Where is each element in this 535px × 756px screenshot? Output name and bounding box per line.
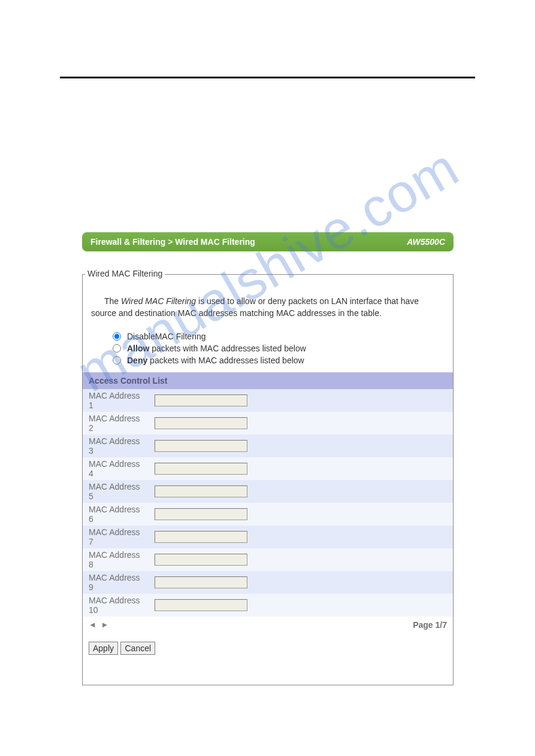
pager-page-text: Page 1/7 xyxy=(413,620,447,630)
pager: ◄ ► Page 1/7 xyxy=(83,617,453,630)
table-row: MAC Address 7 xyxy=(83,526,453,548)
mac-address-input-2[interactable] xyxy=(155,417,247,429)
mac-address-input-1[interactable] xyxy=(155,394,247,406)
mac-row-label: MAC Address 1 xyxy=(83,389,149,412)
table-row: MAC Address 9 xyxy=(83,571,453,594)
mac-row-label: MAC Address 6 xyxy=(83,503,149,526)
radio-allow[interactable] xyxy=(113,344,121,353)
radio-disable-label: DisableMAC Filtering xyxy=(127,332,205,341)
pager-arrows[interactable]: ◄ ► xyxy=(89,620,110,629)
radio-deny[interactable] xyxy=(113,356,121,365)
breadcrumb-bar: Firewall & Filtering > Wired MAC Filteri… xyxy=(82,232,454,251)
mac-row-label: MAC Address 3 xyxy=(83,435,149,457)
cancel-button[interactable]: Cancel xyxy=(120,642,155,655)
breadcrumb-path: Firewall & Filtering > Wired MAC Filteri… xyxy=(90,237,255,247)
mac-address-input-8[interactable] xyxy=(155,554,247,566)
mac-row-label: MAC Address 9 xyxy=(83,571,149,594)
radio-allow-row[interactable]: Allow packets with MAC addresses listed … xyxy=(113,342,445,354)
mac-address-input-3[interactable] xyxy=(155,440,247,452)
mac-address-input-4[interactable] xyxy=(155,463,247,475)
apply-button[interactable]: Apply xyxy=(89,642,118,655)
table-row: MAC Address 5 xyxy=(83,480,453,503)
radio-disable[interactable] xyxy=(113,332,121,341)
table-row: MAC Address 4 xyxy=(83,457,453,480)
table-row: MAC Address 2 xyxy=(83,412,453,435)
desc-emphasis: Wired MAC Filtering xyxy=(121,296,196,306)
table-row: MAC Address 6 xyxy=(83,503,453,526)
mac-address-input-7[interactable] xyxy=(155,531,247,543)
device-model: AW5500C xyxy=(407,237,445,247)
radio-deny-row[interactable]: Deny packets with MAC addresses listed b… xyxy=(113,354,445,366)
mac-address-input-9[interactable] xyxy=(155,576,247,588)
button-row: Apply Cancel xyxy=(83,630,453,655)
mac-address-input-10[interactable] xyxy=(155,599,247,611)
table-row: MAC Address 1 xyxy=(83,389,453,412)
radio-allow-rest: packets with MAC addresses listed below xyxy=(149,344,306,353)
wired-mac-filtering-fieldset: Wired MAC Filtering The Wired MAC Filter… xyxy=(82,274,454,685)
radio-allow-bold: Allow xyxy=(127,344,149,353)
horizontal-rule xyxy=(60,77,475,78)
mac-address-input-5[interactable] xyxy=(155,485,247,497)
acl-header-row: Access Control List xyxy=(83,372,453,389)
acl-header-cell: Access Control List xyxy=(83,372,453,389)
desc-prefix: The xyxy=(104,296,121,306)
radio-allow-label: Allow packets with MAC addresses listed … xyxy=(127,344,306,353)
table-row: MAC Address 10 xyxy=(83,594,453,617)
table-row: MAC Address 8 xyxy=(83,548,453,571)
mac-filter-mode-radios: DisableMAC Filtering Allow packets with … xyxy=(83,327,453,372)
mac-row-label: MAC Address 5 xyxy=(83,480,149,503)
mac-row-label: MAC Address 8 xyxy=(83,548,149,571)
radio-deny-bold: Deny xyxy=(127,356,147,365)
mac-address-input-6[interactable] xyxy=(155,508,247,520)
fieldset-legend: Wired MAC Filtering xyxy=(85,269,165,278)
radio-disable-row[interactable]: DisableMAC Filtering xyxy=(113,330,445,342)
mac-row-label: MAC Address 2 xyxy=(83,412,149,435)
access-control-list-table: Access Control List MAC Address 1 MAC Ad… xyxy=(83,372,453,617)
mac-row-label: MAC Address 4 xyxy=(83,457,149,480)
table-row: MAC Address 3 xyxy=(83,435,453,457)
mac-row-label: MAC Address 10 xyxy=(83,594,149,617)
radio-deny-label: Deny packets with MAC addresses listed b… xyxy=(127,356,304,365)
radio-deny-rest: packets with MAC addresses listed below xyxy=(147,356,304,365)
router-admin-screenshot: Firewall & Filtering > Wired MAC Filteri… xyxy=(82,232,454,685)
description-text: The Wired MAC Filtering is used to allow… xyxy=(83,275,453,327)
mac-row-label: MAC Address 7 xyxy=(83,526,149,548)
